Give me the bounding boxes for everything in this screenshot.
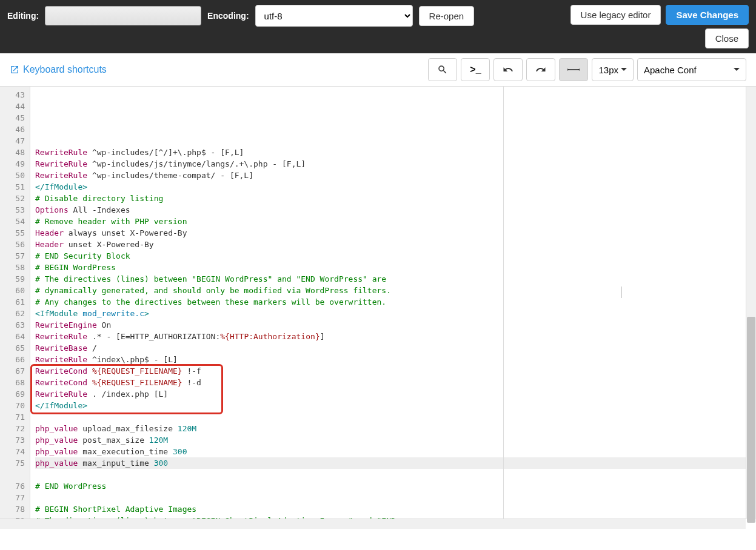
line-number: 73 [2, 434, 25, 446]
editor-header: Editing: Encoding: utf-8 Re-open Use leg… [0, 0, 756, 53]
line-number [2, 469, 25, 480]
chevron-down-icon [621, 67, 627, 73]
code-line[interactable]: <IfModule mod_rewrite.c> [35, 308, 756, 319]
code-content[interactable]: RewriteRule ^wp-includes/[^/]+\.php$ - [… [30, 87, 756, 529]
line-number: 65 [2, 342, 25, 354]
text-cursor [621, 287, 622, 298]
code-line[interactable]: Header unset X-Powered-By [35, 239, 756, 250]
keyboard-shortcuts-label: Keyboard shortcuts [23, 64, 107, 75]
line-number: 55 [2, 227, 25, 239]
code-line[interactable]: RewriteRule ^wp-includes/theme-compat/ -… [35, 170, 756, 181]
code-line[interactable]: RewriteEngine On [35, 319, 756, 331]
wrap-icon [567, 65, 580, 74]
reopen-button[interactable]: Re-open [419, 6, 475, 26]
code-line[interactable]: RewriteCond %{REQUEST_FILENAME} !-f [35, 365, 756, 377]
code-line[interactable] [35, 411, 756, 423]
font-size-value: 13px [598, 65, 618, 75]
line-number: 61 [2, 296, 25, 308]
line-number: 46 [2, 124, 25, 135]
line-number: 78 [2, 503, 25, 515]
font-size-select[interactable]: 13px [592, 58, 634, 81]
code-line[interactable]: php_value post_max_size 120M [35, 434, 756, 446]
vertical-scrollbar-thumb[interactable] [747, 317, 755, 523]
line-number-gutter: 4344454647484950515253545556575859606162… [0, 87, 30, 529]
code-line[interactable]: RewriteBase / [35, 342, 756, 354]
code-line[interactable]: RewriteRule ^wp-includes/js/tinymce/lang… [35, 158, 756, 170]
line-number: 52 [2, 193, 25, 204]
horizontal-scrollbar[interactable] [0, 519, 746, 529]
code-line[interactable]: php_value max_execution_time 300 [35, 446, 756, 457]
line-number: 50 [2, 170, 25, 181]
line-number: 56 [2, 239, 25, 250]
line-number: 43 [2, 89, 25, 101]
redo-icon [535, 64, 546, 75]
code-line[interactable]: RewriteRule ^wp-includes/[^/]+\.php$ - [… [35, 147, 756, 158]
line-number: 66 [2, 354, 25, 365]
header-right: Use legacy editor Save Changes Close [570, 5, 749, 48]
code-line[interactable]: php_value upload_max_filesize 120M [35, 423, 756, 434]
vertical-scrollbar[interactable] [746, 87, 756, 519]
keyboard-shortcuts-link[interactable]: Keyboard shortcuts [10, 64, 107, 75]
code-line[interactable] [35, 492, 756, 503]
line-number: 62 [2, 308, 25, 319]
code-line[interactable]: RewriteRule . /index.php [L] [35, 388, 756, 400]
line-number: 77 [2, 492, 25, 503]
filename-input[interactable] [45, 6, 201, 25]
line-number: 68 [2, 377, 25, 388]
code-line[interactable] [35, 469, 756, 480]
terminal-button[interactable]: >_ [461, 58, 490, 81]
line-number: 49 [2, 158, 25, 170]
code-line[interactable]: # Any changes to the directives between … [35, 296, 756, 308]
code-line[interactable]: # BEGIN ShortPixel Adaptive Images [35, 503, 756, 515]
code-line[interactable]: RewriteCond %{REQUEST_FILENAME} !-d [35, 377, 756, 388]
code-line[interactable]: RewriteRule .* - [E=HTTP_AUTHORIZATION:%… [35, 331, 756, 342]
code-line[interactable]: RewriteRule ^index\.php$ - [L] [35, 354, 756, 365]
code-line[interactable]: # dynamically generated, and should only… [35, 285, 756, 296]
redo-button[interactable] [526, 58, 555, 81]
line-number: 64 [2, 331, 25, 342]
line-number: 72 [2, 423, 25, 434]
print-margin [503, 87, 504, 529]
line-number: 53 [2, 204, 25, 216]
undo-button[interactable] [493, 58, 523, 81]
code-line[interactable]: # END WordPress [35, 480, 756, 492]
code-line[interactable]: </IfModule> [35, 181, 756, 193]
code-editor[interactable]: 4344454647484950515253545556575859606162… [0, 87, 756, 529]
code-line[interactable]: # The directives (lines) between "BEGIN … [35, 273, 756, 285]
undo-icon [503, 64, 513, 75]
code-line[interactable]: </IfModule> [35, 400, 756, 411]
search-button[interactable] [428, 58, 457, 81]
line-number: 74 [2, 446, 25, 457]
line-number: 59 [2, 273, 25, 285]
line-number: 76 [2, 480, 25, 492]
editing-label: Editing: [7, 11, 39, 21]
code-line[interactable]: php_value max_input_time 300 [35, 457, 756, 469]
line-number: 44 [2, 101, 25, 112]
code-line[interactable]: # Disable directory listing [35, 193, 756, 204]
line-number: 70 [2, 400, 25, 411]
code-line[interactable]: Header always unset X-Powered-By [35, 227, 756, 239]
line-number: 57 [2, 250, 25, 262]
code-line[interactable]: Options All -Indexes [35, 204, 756, 216]
code-line[interactable]: # BEGIN WordPress [35, 262, 756, 273]
syntax-mode-select[interactable]: Apache Conf [637, 58, 746, 81]
line-number: 51 [2, 181, 25, 193]
line-number: 75 [2, 457, 25, 469]
line-number: 60 [2, 285, 25, 296]
search-icon [437, 64, 448, 75]
code-line[interactable]: # Remove header with PHP version [35, 216, 756, 227]
external-link-icon [10, 65, 19, 75]
close-button[interactable]: Close [705, 28, 749, 48]
editor-toolbar: Keyboard shortcuts >_ 13px Apache Conf [0, 53, 756, 87]
line-number: 45 [2, 112, 25, 124]
encoding-select[interactable]: utf-8 [255, 5, 413, 27]
code-line[interactable]: # END Security Block [35, 250, 756, 262]
legacy-editor-button[interactable]: Use legacy editor [570, 5, 661, 25]
line-number: 48 [2, 147, 25, 158]
terminal-icon: >_ [470, 64, 481, 75]
line-number: 67 [2, 365, 25, 377]
save-changes-button[interactable]: Save Changes [666, 5, 749, 25]
word-wrap-button[interactable] [559, 58, 588, 81]
line-number: 63 [2, 319, 25, 331]
chevron-down-icon [734, 67, 740, 73]
